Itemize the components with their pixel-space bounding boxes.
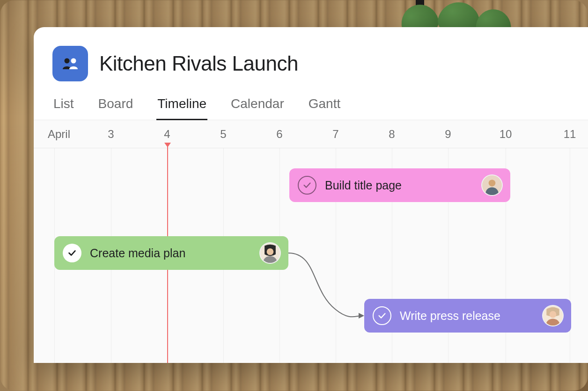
tab-calendar[interactable]: Calendar — [230, 91, 285, 120]
check-icon — [67, 248, 77, 258]
check-icon — [377, 311, 387, 321]
svg-point-0 — [65, 58, 70, 64]
assignee-avatar[interactable] — [259, 242, 281, 264]
svg-point-7 — [267, 248, 274, 255]
date-11: 11 — [564, 128, 576, 141]
project-icon[interactable] — [52, 46, 88, 81]
tab-board[interactable]: Board — [97, 91, 134, 120]
task-label: Create media plan — [90, 246, 251, 260]
date-6: 6 — [276, 128, 282, 141]
project-header: Kitchen Rivals Launch — [34, 27, 588, 91]
svg-marker-2 — [359, 313, 364, 319]
svg-point-10 — [550, 311, 557, 318]
date-10: 10 — [500, 128, 512, 141]
timeline-view[interactable]: April 3 4 5 6 7 8 9 10 11 — [34, 120, 588, 363]
task-label: Build title page — [325, 179, 473, 192]
project-card: Kitchen Rivals Launch List Board Timelin… — [34, 27, 588, 363]
dependency-connector — [288, 253, 373, 319]
people-icon — [61, 57, 80, 70]
date-3: 3 — [108, 128, 114, 141]
tab-list[interactable]: List — [52, 91, 75, 120]
check-icon — [302, 180, 312, 190]
date-9: 9 — [445, 128, 451, 141]
task-create-media-plan[interactable]: Create media plan — [54, 236, 288, 270]
assignee-avatar[interactable] — [542, 305, 564, 326]
task-complete-toggle[interactable] — [373, 306, 391, 325]
task-build-title-page[interactable]: Build title page — [289, 168, 510, 202]
date-7: 7 — [332, 128, 338, 141]
project-title: Kitchen Rivals Launch — [99, 52, 298, 75]
task-label: Write press release — [400, 309, 534, 323]
date-5: 5 — [220, 128, 226, 141]
task-complete-toggle[interactable] — [63, 244, 81, 262]
task-write-press-release[interactable]: Write press release — [364, 299, 571, 333]
svg-point-4 — [489, 180, 496, 187]
svg-point-1 — [71, 58, 76, 64]
view-tabs: List Board Timeline Calendar Gantt — [34, 91, 588, 120]
date-8: 8 — [389, 128, 395, 141]
task-complete-toggle[interactable] — [298, 176, 316, 195]
date-header: April 3 4 5 6 7 8 9 10 11 — [34, 120, 588, 148]
month-label: April — [48, 128, 70, 141]
assignee-avatar[interactable] — [481, 174, 503, 196]
date-4: 4 — [164, 128, 170, 141]
tab-timeline[interactable]: Timeline — [156, 91, 207, 120]
tab-gantt[interactable]: Gantt — [308, 91, 341, 120]
